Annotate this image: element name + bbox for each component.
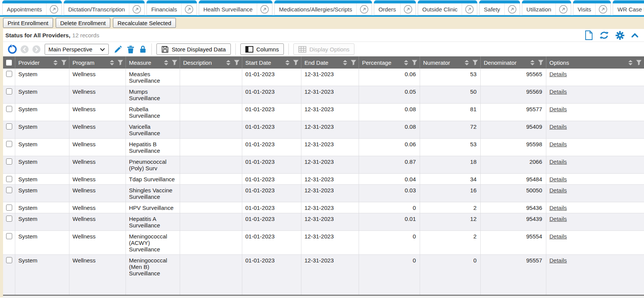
tab-popout-button[interactable] bbox=[462, 5, 477, 14]
delete-perspective-button[interactable] bbox=[127, 45, 135, 54]
tab-utilization[interactable]: Utilization bbox=[522, 0, 571, 15]
row-checkbox[interactable] bbox=[6, 187, 12, 193]
row-checkbox[interactable] bbox=[6, 88, 12, 94]
sort-icon[interactable] bbox=[53, 60, 58, 66]
popout-arrow-icon[interactable] bbox=[465, 5, 474, 14]
sort-icon[interactable] bbox=[164, 60, 169, 66]
tab-popout-button[interactable] bbox=[257, 5, 272, 14]
popout-arrow-icon[interactable] bbox=[599, 5, 607, 14]
tab-financials[interactable]: Financials bbox=[147, 0, 197, 15]
popout-arrow-icon[interactable] bbox=[185, 5, 193, 14]
filter-icon[interactable] bbox=[472, 60, 478, 66]
details-link[interactable]: Details bbox=[549, 205, 567, 211]
sort-icon[interactable] bbox=[404, 60, 409, 66]
tab-appointments[interactable]: Appointments bbox=[2, 0, 62, 15]
tab-wr-case-mgmt[interactable]: WR Case Mgmt bbox=[613, 0, 644, 15]
undo-button[interactable] bbox=[7, 44, 17, 54]
column-header-program[interactable]: Program bbox=[69, 56, 126, 69]
filter-icon[interactable] bbox=[172, 60, 177, 66]
tab-medications-allergies-scripts[interactable]: Medications/Allergies/Scripts bbox=[274, 0, 372, 15]
tab-popout-button[interactable] bbox=[401, 5, 415, 14]
delete-enrollment-button[interactable]: Delete Enrollment bbox=[56, 18, 110, 28]
popout-arrow-icon[interactable] bbox=[404, 5, 412, 14]
details-link[interactable]: Details bbox=[549, 158, 567, 165]
recalculate-selected-button[interactable]: Recalculate Selected bbox=[113, 18, 176, 28]
sort-icon[interactable] bbox=[530, 60, 535, 66]
row-checkbox[interactable] bbox=[6, 257, 12, 263]
sort-icon[interactable] bbox=[343, 60, 348, 66]
details-link[interactable]: Details bbox=[549, 257, 567, 264]
tab-popout-button[interactable] bbox=[182, 5, 196, 14]
history-back-button[interactable] bbox=[20, 45, 29, 54]
row-checkbox[interactable] bbox=[6, 106, 12, 112]
row-checkbox[interactable] bbox=[6, 141, 12, 147]
select-all-checkbox[interactable] bbox=[6, 60, 12, 66]
popout-arrow-icon[interactable] bbox=[559, 5, 568, 14]
tab-popout-button[interactable] bbox=[47, 5, 61, 14]
sort-icon[interactable] bbox=[464, 60, 469, 66]
column-header-end-date[interactable]: End Date bbox=[301, 56, 359, 69]
row-checkbox[interactable] bbox=[6, 233, 12, 239]
column-header-description[interactable]: Description bbox=[180, 56, 242, 69]
column-header-percentage[interactable]: Percentage bbox=[359, 56, 420, 69]
filter-icon[interactable] bbox=[636, 60, 642, 66]
details-link[interactable]: Details bbox=[549, 71, 567, 77]
filter-icon[interactable] bbox=[351, 60, 356, 66]
refresh-icon[interactable] bbox=[599, 30, 609, 40]
filter-icon[interactable] bbox=[412, 60, 417, 66]
column-header-denominator[interactable]: Denominator bbox=[481, 56, 546, 69]
tab-outside-clinic[interactable]: Outside Clinic bbox=[418, 0, 478, 15]
details-link[interactable]: Details bbox=[549, 176, 567, 182]
perspective-select[interactable]: Main Perspective bbox=[45, 44, 109, 55]
sort-icon[interactable] bbox=[226, 60, 231, 66]
tab-health-surveillance[interactable]: Health Surveillance bbox=[199, 0, 272, 15]
store-displayed-data-button[interactable]: Store Displayed Data bbox=[156, 43, 231, 55]
tab-popout-button[interactable] bbox=[357, 5, 372, 14]
column-header-start-date[interactable]: Start Date bbox=[242, 56, 301, 69]
popout-arrow-icon[interactable] bbox=[132, 5, 141, 14]
edit-perspective-button[interactable] bbox=[114, 45, 122, 54]
filter-icon[interactable] bbox=[118, 60, 123, 66]
column-header-options[interactable]: Options bbox=[546, 56, 644, 69]
collapse-chevron-up-icon[interactable] bbox=[631, 32, 639, 38]
column-header-numerator[interactable]: Numerator bbox=[420, 56, 481, 69]
print-enrollment-button[interactable]: Print Enrollment bbox=[3, 18, 53, 28]
columns-button[interactable]: Columns bbox=[240, 43, 284, 55]
row-checkbox[interactable] bbox=[6, 158, 12, 165]
row-checkbox[interactable] bbox=[6, 216, 12, 222]
details-link[interactable]: Details bbox=[549, 123, 567, 130]
filter-icon[interactable] bbox=[538, 60, 544, 66]
row-checkbox[interactable] bbox=[6, 205, 12, 211]
sort-icon[interactable] bbox=[285, 60, 290, 66]
horizontal-scrollbar-track[interactable] bbox=[3, 296, 644, 297]
settings-gear-icon[interactable] bbox=[615, 31, 625, 40]
sort-icon[interactable] bbox=[628, 60, 633, 66]
popout-arrow-icon[interactable] bbox=[360, 5, 369, 14]
row-checkbox[interactable] bbox=[6, 71, 12, 77]
tab-safety[interactable]: Safety bbox=[479, 0, 520, 15]
column-header-provider[interactable]: Provider bbox=[15, 56, 69, 69]
details-link[interactable]: Details bbox=[549, 106, 567, 112]
tab-popout-button[interactable] bbox=[596, 5, 610, 14]
filter-icon[interactable] bbox=[293, 60, 299, 66]
new-document-icon[interactable] bbox=[585, 30, 593, 40]
details-link[interactable]: Details bbox=[549, 141, 567, 147]
tab-orders[interactable]: Orders bbox=[374, 0, 416, 15]
filter-icon[interactable] bbox=[61, 60, 67, 66]
tab-dictation-transcription[interactable]: Dictation/Transcription bbox=[64, 0, 145, 15]
popout-arrow-icon[interactable] bbox=[50, 5, 58, 14]
details-link[interactable]: Details bbox=[549, 233, 567, 240]
history-forward-button[interactable] bbox=[32, 45, 41, 54]
row-checkbox[interactable] bbox=[6, 176, 12, 182]
tab-popout-button[interactable] bbox=[556, 5, 571, 14]
popout-arrow-icon[interactable] bbox=[260, 5, 269, 14]
column-header-measure[interactable]: Measure bbox=[126, 56, 180, 69]
tab-popout-button[interactable] bbox=[505, 5, 520, 14]
details-link[interactable]: Details bbox=[549, 216, 567, 222]
filter-icon[interactable] bbox=[234, 60, 240, 66]
details-link[interactable]: Details bbox=[549, 187, 567, 193]
sort-icon[interactable] bbox=[109, 60, 114, 66]
tab-visits[interactable]: Visits bbox=[573, 0, 611, 15]
tab-popout-button[interactable] bbox=[129, 5, 144, 14]
lock-perspective-button[interactable] bbox=[139, 45, 147, 54]
